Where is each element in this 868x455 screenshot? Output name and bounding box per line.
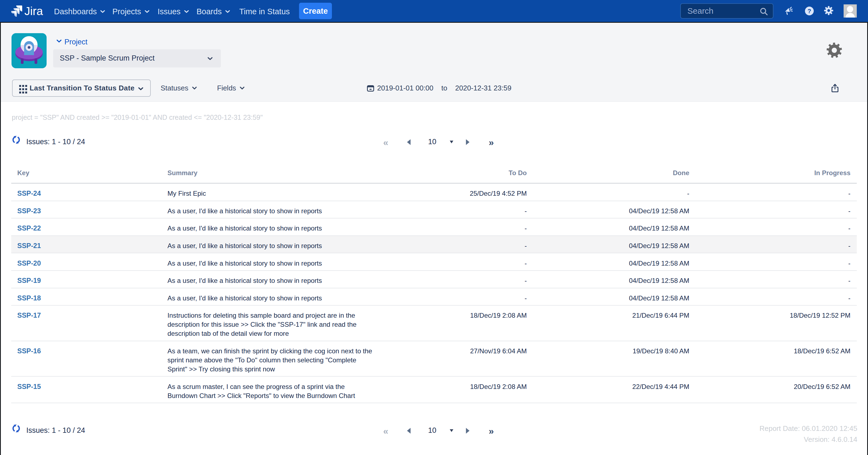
svg-text:?: ? (807, 8, 811, 14)
